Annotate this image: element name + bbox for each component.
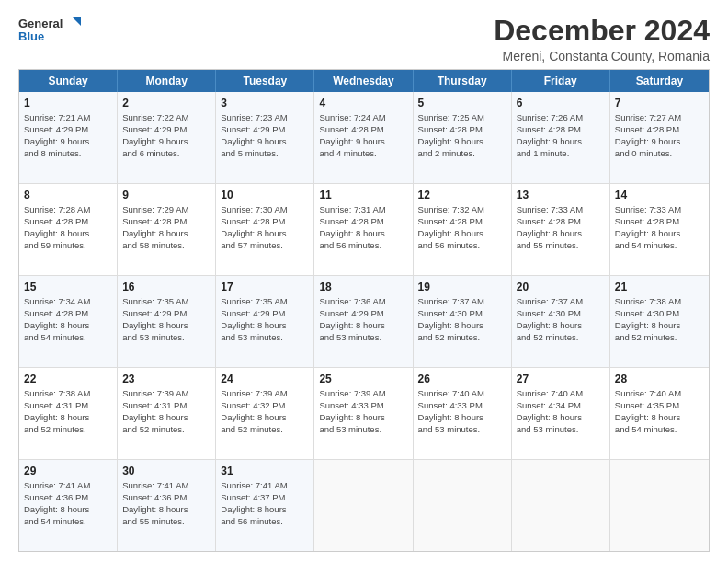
sunset-time: Sunset: 4:28 PM bbox=[122, 216, 210, 228]
day-number: 4 bbox=[319, 96, 407, 110]
calendar-day-header: Sunday bbox=[19, 70, 118, 92]
sunset-time: Sunset: 4:29 PM bbox=[319, 308, 407, 320]
daylight-hours: Daylight: 8 hours bbox=[615, 412, 704, 424]
sunrise-time: Sunrise: 7:38 AM bbox=[615, 296, 704, 308]
calendar-week-row: 15Sunrise: 7:34 AMSunset: 4:28 PMDayligh… bbox=[19, 276, 709, 368]
daylight-hours: Daylight: 8 hours bbox=[221, 412, 309, 424]
sunset-time: Sunset: 4:28 PM bbox=[615, 124, 704, 136]
sunrise-time: Sunrise: 7:37 AM bbox=[517, 296, 605, 308]
sunrise-time: Sunrise: 7:39 AM bbox=[319, 388, 407, 400]
day-number: 21 bbox=[615, 280, 704, 294]
sunset-time: Sunset: 4:36 PM bbox=[24, 492, 112, 504]
sunrise-time: Sunrise: 7:41 AM bbox=[221, 480, 309, 492]
sunset-time: Sunset: 4:29 PM bbox=[24, 124, 112, 136]
daylight-minutes: and 52 minutes. bbox=[221, 424, 309, 436]
day-number: 30 bbox=[122, 464, 210, 478]
daylight-minutes: and 1 minute. bbox=[517, 148, 605, 160]
sunset-time: Sunset: 4:37 PM bbox=[221, 492, 309, 504]
sunset-time: Sunset: 4:28 PM bbox=[418, 124, 506, 136]
calendar-cell: 5Sunrise: 7:25 AMSunset: 4:28 PMDaylight… bbox=[414, 92, 512, 183]
day-number: 6 bbox=[517, 96, 605, 110]
calendar-cell: 25Sunrise: 7:39 AMSunset: 4:33 PMDayligh… bbox=[314, 368, 413, 459]
calendar-cell: 24Sunrise: 7:39 AMSunset: 4:32 PMDayligh… bbox=[216, 368, 314, 459]
svg-text:General: General bbox=[18, 17, 63, 30]
sunrise-time: Sunrise: 7:31 AM bbox=[319, 204, 407, 216]
calendar-cell: 17Sunrise: 7:35 AMSunset: 4:29 PMDayligh… bbox=[216, 276, 314, 367]
day-number: 29 bbox=[24, 464, 112, 478]
sunrise-time: Sunrise: 7:40 AM bbox=[615, 388, 704, 400]
header: General Blue December 2024 Mereni, Const… bbox=[18, 15, 710, 63]
daylight-minutes: and 55 minutes. bbox=[122, 516, 210, 528]
calendar-cell: 21Sunrise: 7:38 AMSunset: 4:30 PMDayligh… bbox=[610, 276, 709, 367]
daylight-minutes: and 55 minutes. bbox=[517, 240, 605, 252]
daylight-hours: Daylight: 9 hours bbox=[319, 136, 407, 148]
calendar-cell: 6Sunrise: 7:26 AMSunset: 4:28 PMDaylight… bbox=[512, 92, 610, 183]
sunrise-time: Sunrise: 7:35 AM bbox=[221, 296, 309, 308]
calendar-cell: 20Sunrise: 7:37 AMSunset: 4:30 PMDayligh… bbox=[512, 276, 610, 367]
sunrise-time: Sunrise: 7:28 AM bbox=[24, 204, 112, 216]
calendar-cell: 31Sunrise: 7:41 AMSunset: 4:37 PMDayligh… bbox=[216, 460, 314, 551]
daylight-minutes: and 53 minutes. bbox=[517, 424, 605, 436]
sunset-time: Sunset: 4:28 PM bbox=[517, 216, 605, 228]
day-number: 17 bbox=[221, 280, 309, 294]
calendar-day-header: Wednesday bbox=[314, 70, 413, 92]
daylight-minutes: and 52 minutes. bbox=[24, 424, 112, 436]
sunset-time: Sunset: 4:36 PM bbox=[122, 492, 210, 504]
daylight-hours: Daylight: 8 hours bbox=[24, 412, 112, 424]
sunset-time: Sunset: 4:32 PM bbox=[221, 400, 309, 412]
daylight-minutes: and 57 minutes. bbox=[221, 240, 309, 252]
sunset-time: Sunset: 4:28 PM bbox=[221, 216, 309, 228]
daylight-hours: Daylight: 8 hours bbox=[517, 412, 605, 424]
sunrise-time: Sunrise: 7:24 AM bbox=[319, 112, 407, 124]
daylight-minutes: and 52 minutes. bbox=[517, 332, 605, 344]
daylight-hours: Daylight: 8 hours bbox=[615, 228, 704, 240]
daylight-hours: Daylight: 8 hours bbox=[24, 504, 112, 516]
calendar-cell: 14Sunrise: 7:33 AMSunset: 4:28 PMDayligh… bbox=[610, 184, 709, 275]
calendar-cell: 7Sunrise: 7:27 AMSunset: 4:28 PMDaylight… bbox=[610, 92, 709, 183]
logo-svg: General Blue bbox=[18, 15, 83, 48]
calendar-week-row: 8Sunrise: 7:28 AMSunset: 4:28 PMDaylight… bbox=[19, 184, 709, 276]
sunset-time: Sunset: 4:30 PM bbox=[615, 308, 704, 320]
title-block: December 2024 Mereni, Constanta County, … bbox=[494, 15, 710, 63]
sunrise-time: Sunrise: 7:21 AM bbox=[24, 112, 112, 124]
sunrise-time: Sunrise: 7:36 AM bbox=[319, 296, 407, 308]
calendar-cell: 2Sunrise: 7:22 AMSunset: 4:29 PMDaylight… bbox=[118, 92, 216, 183]
page: General Blue December 2024 Mereni, Const… bbox=[0, 0, 728, 563]
sunrise-time: Sunrise: 7:33 AM bbox=[517, 204, 605, 216]
daylight-hours: Daylight: 8 hours bbox=[319, 228, 407, 240]
day-number: 28 bbox=[615, 372, 704, 386]
day-number: 31 bbox=[221, 464, 309, 478]
sunset-time: Sunset: 4:28 PM bbox=[319, 216, 407, 228]
sunrise-time: Sunrise: 7:25 AM bbox=[418, 112, 506, 124]
sunrise-time: Sunrise: 7:41 AM bbox=[24, 480, 112, 492]
daylight-hours: Daylight: 8 hours bbox=[221, 320, 309, 332]
daylight-minutes: and 53 minutes. bbox=[221, 332, 309, 344]
daylight-minutes: and 56 minutes. bbox=[221, 516, 309, 528]
day-number: 14 bbox=[615, 188, 704, 202]
calendar-cell bbox=[610, 460, 709, 551]
calendar-cell bbox=[314, 460, 413, 551]
logo: General Blue bbox=[18, 15, 83, 48]
calendar-cell: 26Sunrise: 7:40 AMSunset: 4:33 PMDayligh… bbox=[414, 368, 512, 459]
sunrise-time: Sunrise: 7:30 AM bbox=[221, 204, 309, 216]
daylight-hours: Daylight: 8 hours bbox=[122, 412, 210, 424]
subtitle: Mereni, Constanta County, Romania bbox=[494, 49, 710, 63]
daylight-hours: Daylight: 8 hours bbox=[122, 320, 210, 332]
daylight-minutes: and 5 minutes. bbox=[221, 148, 309, 160]
sunrise-time: Sunrise: 7:39 AM bbox=[122, 388, 210, 400]
daylight-hours: Daylight: 8 hours bbox=[418, 412, 506, 424]
daylight-hours: Daylight: 8 hours bbox=[418, 320, 506, 332]
sunrise-time: Sunrise: 7:34 AM bbox=[24, 296, 112, 308]
day-number: 7 bbox=[615, 96, 704, 110]
calendar-day-header: Monday bbox=[118, 70, 216, 92]
sunrise-time: Sunrise: 7:41 AM bbox=[122, 480, 210, 492]
daylight-hours: Daylight: 8 hours bbox=[319, 412, 407, 424]
day-number: 19 bbox=[418, 280, 506, 294]
calendar-cell: 1Sunrise: 7:21 AMSunset: 4:29 PMDaylight… bbox=[19, 92, 118, 183]
calendar-cell bbox=[512, 460, 610, 551]
sunrise-time: Sunrise: 7:40 AM bbox=[418, 388, 506, 400]
sunrise-time: Sunrise: 7:29 AM bbox=[122, 204, 210, 216]
daylight-hours: Daylight: 8 hours bbox=[122, 228, 210, 240]
day-number: 16 bbox=[122, 280, 210, 294]
day-number: 25 bbox=[319, 372, 407, 386]
